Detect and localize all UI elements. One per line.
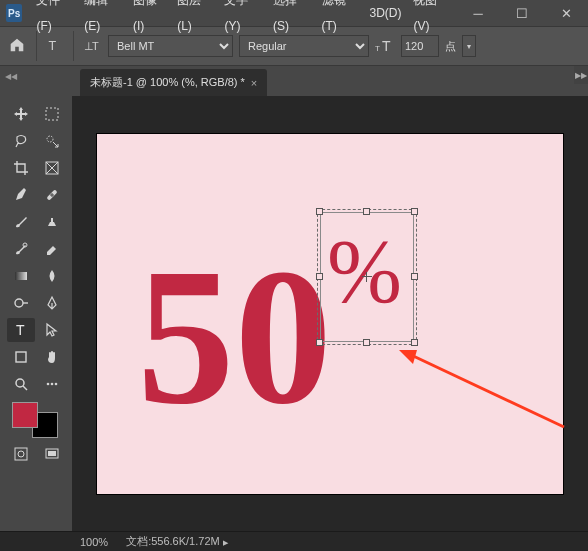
font-size-dropdown[interactable]: ▾ bbox=[462, 35, 476, 57]
handle-middle-right[interactable] bbox=[411, 273, 418, 280]
move-tool-icon[interactable] bbox=[7, 102, 35, 126]
divider bbox=[73, 31, 74, 61]
menu-view[interactable]: 视图(V) bbox=[407, 0, 456, 39]
hand-tool-icon[interactable] bbox=[38, 345, 66, 369]
path-select-tool-icon[interactable] bbox=[38, 318, 66, 342]
font-size-unit: 点 bbox=[445, 39, 456, 54]
menu-file[interactable]: 文件(F) bbox=[30, 0, 78, 39]
dodge-tool-icon[interactable] bbox=[7, 291, 35, 315]
eraser-tool-icon[interactable] bbox=[38, 237, 66, 261]
document-tab-row: 未标题-1 @ 100% (%, RGB/8) * × bbox=[0, 66, 588, 96]
svg-point-19 bbox=[18, 451, 24, 457]
svg-point-17 bbox=[54, 383, 57, 386]
canvas-text-50[interactable]: 50 bbox=[137, 239, 332, 434]
foreground-color-swatch[interactable] bbox=[12, 402, 38, 428]
quick-select-tool-icon[interactable] bbox=[38, 129, 66, 153]
menu-select[interactable]: 选择(S) bbox=[267, 0, 316, 39]
window-controls: ─ ☐ ✕ bbox=[456, 0, 588, 26]
handle-top-middle[interactable] bbox=[363, 208, 370, 215]
menu-image[interactable]: 图像(I) bbox=[127, 0, 171, 39]
handle-bottom-right[interactable] bbox=[411, 339, 418, 346]
svg-rect-10 bbox=[15, 272, 27, 280]
divider bbox=[36, 31, 37, 61]
svg-line-22 bbox=[409, 354, 564, 427]
menu-layer[interactable]: 图层(L) bbox=[171, 0, 218, 39]
svg-point-14 bbox=[16, 379, 24, 387]
doc-size-label[interactable]: 文档:556.6K/1.72M ▶ bbox=[126, 534, 228, 549]
tool-preset-icon[interactable]: T bbox=[45, 36, 65, 56]
menu-edit[interactable]: 编辑(E) bbox=[78, 0, 127, 39]
maximize-button[interactable]: ☐ bbox=[500, 0, 544, 26]
svg-rect-5 bbox=[46, 108, 58, 120]
canvas-viewport[interactable]: 50 % bbox=[72, 96, 588, 531]
expand-chevron-icon: ▶▶ bbox=[575, 71, 587, 80]
menu-filter[interactable]: 滤镜(T) bbox=[316, 0, 364, 39]
svg-point-6 bbox=[47, 136, 53, 142]
handle-top-right[interactable] bbox=[411, 208, 418, 215]
menu-type[interactable]: 文字(Y) bbox=[218, 0, 267, 39]
lasso-tool-icon[interactable] bbox=[7, 129, 35, 153]
toolbox: T bbox=[0, 96, 72, 531]
handle-bottom-left[interactable] bbox=[316, 339, 323, 346]
svg-text:T: T bbox=[375, 44, 380, 53]
svg-point-15 bbox=[46, 383, 49, 386]
gradient-tool-icon[interactable] bbox=[7, 264, 35, 288]
text-orientation-icon[interactable]: ⊥T bbox=[82, 36, 102, 56]
document-canvas[interactable]: 50 % bbox=[97, 134, 563, 494]
svg-text:T: T bbox=[92, 40, 99, 52]
brush-tool-icon[interactable] bbox=[7, 210, 35, 234]
shape-tool-icon[interactable] bbox=[7, 345, 35, 369]
text-transform-box[interactable]: % bbox=[320, 212, 414, 342]
status-menu-caret-icon[interactable]: ▶ bbox=[223, 539, 228, 546]
close-tab-icon[interactable]: × bbox=[251, 77, 257, 89]
home-icon[interactable] bbox=[8, 36, 28, 56]
marquee-tool-icon[interactable] bbox=[38, 102, 66, 126]
svg-text:T: T bbox=[382, 38, 391, 54]
workspace: T 50 % bbox=[0, 96, 588, 531]
quickmask-tool-icon[interactable] bbox=[7, 442, 35, 466]
title-bar: Ps 文件(F) 编辑(E) 图像(I) 图层(L) 文字(Y) 选择(S) 滤… bbox=[0, 0, 588, 26]
handle-top-left[interactable] bbox=[316, 208, 323, 215]
canvas-text-percent[interactable]: % bbox=[327, 227, 402, 317]
transform-center-icon[interactable] bbox=[364, 274, 370, 280]
type-tool-icon[interactable]: T bbox=[7, 318, 35, 342]
font-style-select[interactable]: Regular bbox=[239, 35, 369, 57]
font-size-icon[interactable]: TT bbox=[375, 36, 395, 56]
collapse-chevron-icon[interactable]: ◀◀ bbox=[5, 72, 17, 81]
history-brush-tool-icon[interactable] bbox=[7, 237, 35, 261]
edit-toolbar-icon[interactable] bbox=[38, 372, 66, 396]
svg-text:T: T bbox=[49, 39, 57, 53]
status-bar: 100% 文档:556.6K/1.72M ▶ bbox=[0, 531, 588, 551]
eyedropper-tool-icon[interactable] bbox=[7, 183, 35, 207]
pen-tool-icon[interactable] bbox=[38, 291, 66, 315]
font-family-select[interactable]: Bell MT bbox=[108, 35, 233, 57]
svg-rect-13 bbox=[16, 352, 26, 362]
minimize-button[interactable]: ─ bbox=[456, 0, 500, 26]
handle-middle-left[interactable] bbox=[316, 273, 323, 280]
healing-tool-icon[interactable] bbox=[38, 183, 66, 207]
svg-marker-23 bbox=[399, 350, 417, 364]
clone-stamp-tool-icon[interactable] bbox=[38, 210, 66, 234]
annotation-arrow-icon bbox=[389, 342, 569, 432]
app-logo: Ps bbox=[6, 4, 22, 22]
frame-tool-icon[interactable] bbox=[38, 156, 66, 180]
svg-point-16 bbox=[50, 383, 53, 386]
zoom-level[interactable]: 100% bbox=[80, 536, 108, 548]
crop-tool-icon[interactable] bbox=[7, 156, 35, 180]
document-tab[interactable]: 未标题-1 @ 100% (%, RGB/8) * × bbox=[80, 69, 267, 96]
color-swatches[interactable] bbox=[12, 402, 58, 438]
font-size-input[interactable] bbox=[401, 35, 439, 57]
zoom-tool-icon[interactable] bbox=[7, 372, 35, 396]
close-button[interactable]: ✕ bbox=[544, 0, 588, 26]
panel-collapse-strip[interactable]: ▶▶ bbox=[574, 66, 588, 84]
blur-tool-icon[interactable] bbox=[38, 264, 66, 288]
screenmode-tool-icon[interactable] bbox=[38, 442, 66, 466]
menu-3d[interactable]: 3D(D) bbox=[363, 0, 407, 26]
svg-text:T: T bbox=[16, 322, 25, 338]
svg-point-11 bbox=[15, 299, 23, 307]
svg-rect-18 bbox=[15, 448, 27, 460]
document-tab-title: 未标题-1 @ 100% (%, RGB/8) * bbox=[90, 75, 245, 90]
svg-rect-21 bbox=[48, 451, 56, 456]
handle-bottom-middle[interactable] bbox=[363, 339, 370, 346]
